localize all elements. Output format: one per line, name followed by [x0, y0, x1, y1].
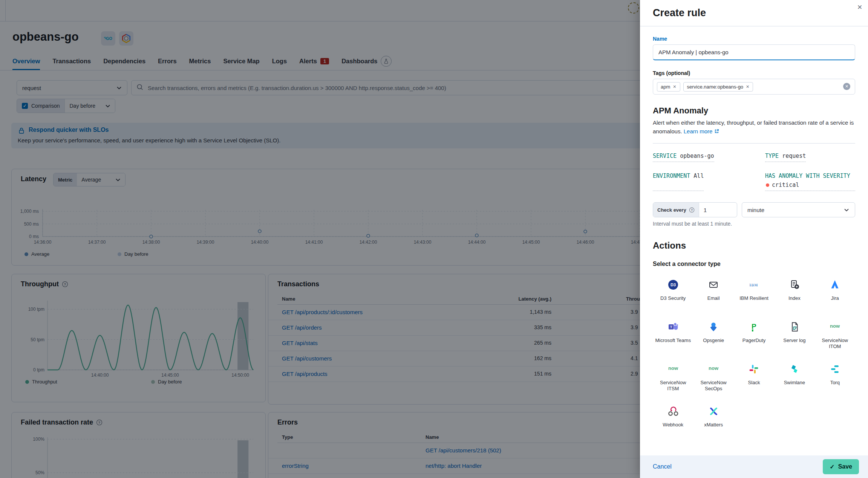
connector-ibm-resilient-icon: IBM	[748, 277, 760, 292]
divider	[653, 143, 855, 144]
connector-ibm-resilient[interactable]: IBMIBM Resilient	[734, 273, 774, 315]
clear-tags-icon[interactable]: ✕	[843, 83, 850, 90]
expression-label: HAS ANOMALY WITH SEVERITY	[765, 173, 855, 179]
connector-servicenow-itsm[interactable]: nowServiceNow ITSM	[653, 358, 693, 399]
rule-name-input[interactable]	[653, 44, 855, 60]
check-every-group: Check every ?	[653, 202, 737, 217]
svg-text:now: now	[830, 323, 840, 329]
connector-label: Microsoft Teams	[655, 338, 690, 344]
connector-server-log-icon	[788, 319, 801, 334]
connector-d3-security-icon: D3	[667, 277, 679, 292]
connector-label: D3 Security	[660, 295, 686, 301]
expression-value: opbeans-go	[680, 153, 714, 159]
connector-swimlane[interactable]: Swimlane	[774, 358, 814, 399]
interval-unit-value: minute	[747, 207, 764, 213]
flyout-header: Create rule	[640, 0, 868, 26]
connector-jira[interactable]: Jira	[815, 273, 855, 315]
connector-label: Opsgenie	[703, 338, 724, 344]
expression-environment[interactable]: ENVIRONMENTAll	[653, 173, 704, 191]
connector-type-heading: Select a connector type	[653, 261, 855, 267]
expression-label: ENVIRONMENT	[653, 173, 690, 179]
connector-label: ServiceNow ITSM	[655, 380, 691, 392]
info-icon[interactable]: ?	[689, 207, 695, 213]
close-icon[interactable]: ✕	[855, 3, 864, 12]
connector-index-icon	[788, 277, 801, 292]
connector-pagerduty[interactable]: PPagerDuty	[734, 316, 774, 357]
connector-servicenow-secops[interactable]: nowServiceNow SecOps	[693, 358, 733, 399]
connector-xmatters-icon	[707, 404, 720, 419]
connector-slack-icon	[748, 362, 760, 377]
interval-help-text: Interval must be at least 1 minute.	[653, 221, 855, 227]
tag-chip[interactable]: service.name:opbeans-go✕	[683, 82, 753, 92]
check-every-label: Check every ?	[653, 203, 699, 217]
connector-servicenow-itom[interactable]: nowServiceNow ITOM	[815, 316, 855, 357]
connector-server-log[interactable]: Server log	[774, 316, 814, 357]
svg-text:IBM: IBM	[750, 283, 758, 287]
rule-expressions: SERVICEopbeans-goTYPErequestENVIRONMENTA…	[653, 153, 855, 191]
rule-type-heading: APM Anomaly	[653, 106, 855, 116]
connector-slack[interactable]: Slack	[734, 358, 774, 399]
connector-email[interactable]: Email	[693, 273, 733, 315]
cancel-button[interactable]: Cancel	[653, 463, 672, 470]
flyout-body: Name Tags (optional) apm✕service.name:op…	[640, 27, 868, 455]
connector-label: Swimlane	[784, 380, 805, 386]
tag-chip[interactable]: apm✕	[657, 82, 680, 92]
tag-chips: apm✕service.name:opbeans-go✕	[657, 82, 753, 92]
svg-text:D3: D3	[671, 283, 676, 287]
learn-more-link[interactable]: Learn more	[684, 128, 713, 134]
expression-value: request	[782, 153, 806, 159]
remove-tag-icon[interactable]: ✕	[746, 84, 749, 89]
connector-label: xMatters	[704, 422, 723, 428]
connector-microsoft-teams-icon: T	[667, 319, 679, 334]
connector-label: Email	[707, 295, 720, 301]
connector-opsgenie-icon	[707, 319, 720, 334]
expression-value: All	[693, 173, 704, 179]
connector-label: IBM Resilient	[739, 295, 768, 301]
connector-xmatters[interactable]: xMatters	[693, 400, 733, 441]
interval-input[interactable]	[699, 203, 735, 217]
connector-microsoft-teams[interactable]: TMicrosoft Teams	[653, 316, 693, 357]
connector-torq[interactable]: Torq	[815, 358, 855, 399]
svg-text:T: T	[670, 325, 672, 329]
svg-text:P: P	[752, 322, 756, 330]
expression-label: SERVICE	[653, 153, 677, 159]
expression-service[interactable]: SERVICEopbeans-go	[653, 153, 714, 162]
severity-dot	[766, 183, 769, 187]
save-button[interactable]: ✓ Save	[823, 459, 859, 474]
interval-unit-select[interactable]: minute	[742, 202, 855, 217]
connector-email-icon	[707, 277, 720, 292]
severity-value: critical	[772, 182, 799, 188]
expression-has-anomaly-with-severity[interactable]: HAS ANOMALY WITH SEVERITYcritical	[765, 173, 855, 191]
rule-type-description: Alert when either the latency, throughpu…	[653, 118, 855, 136]
connector-servicenow-itom-icon: now	[827, 319, 842, 334]
connector-label: ServiceNow SecOps	[695, 380, 732, 392]
connector-swimlane-icon	[788, 362, 801, 377]
connector-label: Torq	[830, 380, 840, 386]
connector-webhook-icon	[667, 404, 679, 419]
tag-chip-label: service.name:opbeans-go	[687, 84, 744, 90]
connector-label: Index	[788, 295, 801, 301]
connector-label: PagerDuty	[742, 338, 765, 344]
remove-tag-icon[interactable]: ✕	[673, 84, 676, 89]
svg-text:now: now	[709, 365, 719, 371]
connector-opsgenie[interactable]: Opsgenie	[693, 316, 733, 357]
connector-index[interactable]: Index	[774, 273, 814, 315]
external-link-icon	[714, 129, 719, 134]
svg-text:now: now	[668, 365, 678, 371]
connector-webhook[interactable]: Webhook	[653, 400, 693, 441]
check-every-row: Check every ? minute	[653, 202, 855, 217]
flyout-footer: Cancel ✓ Save	[640, 455, 868, 478]
flyout-title: Create rule	[653, 7, 706, 19]
expression-type[interactable]: TYPErequest	[765, 153, 806, 162]
connector-label: Slack	[748, 380, 760, 386]
chevron-down-icon	[844, 208, 850, 212]
tags-label: Tags (optional)	[653, 70, 855, 76]
name-label: Name	[653, 36, 855, 42]
tags-combobox[interactable]: apm✕service.name:opbeans-go✕ ✕	[653, 79, 855, 95]
connector-d3-security[interactable]: D3D3 Security	[653, 273, 693, 315]
expression-label: TYPE	[765, 153, 779, 159]
svg-text:?: ?	[691, 208, 693, 212]
connector-label: Webhook	[663, 422, 683, 428]
connector-jira-icon	[829, 277, 841, 292]
connector-pagerduty-icon: P	[748, 319, 760, 334]
